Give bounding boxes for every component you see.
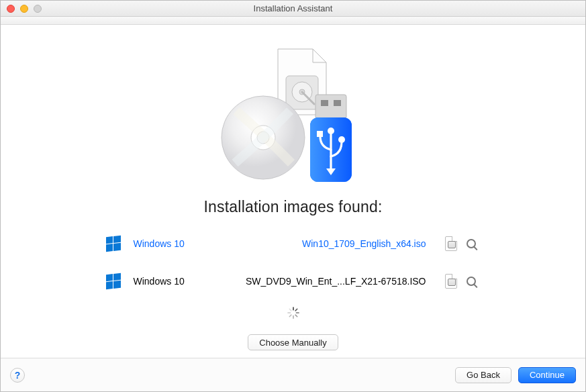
content-area: Installation images found: Windows 10 Wi… <box>1 25 585 358</box>
svg-rect-6 <box>315 95 346 119</box>
window-title: Installation Assistant <box>1 3 585 13</box>
image-row[interactable]: Windows 10 Win10_1709_English_x64.iso <box>105 231 481 256</box>
image-row[interactable]: Windows 10 SW_DVD9_Win_Ent_...LF_X21-675… <box>105 268 481 294</box>
titlebar: Installation Assistant <box>1 1 585 17</box>
svg-rect-8 <box>334 100 341 106</box>
minimize-icon[interactable] <box>20 5 28 13</box>
svg-line-23 <box>289 309 291 311</box>
svg-line-19 <box>295 315 297 317</box>
file-name: Win10_1709_English_x64.iso <box>199 238 441 249</box>
spinner-icon <box>287 306 300 320</box>
svg-line-21 <box>289 315 291 317</box>
iso-file-icon <box>441 236 461 251</box>
svg-point-14 <box>338 136 345 143</box>
windows-logo-icon <box>105 274 121 289</box>
close-icon[interactable] <box>7 5 15 13</box>
svg-line-17 <box>295 309 297 311</box>
reveal-in-finder-button[interactable] <box>461 239 481 248</box>
reveal-in-finder-button[interactable] <box>461 277 481 286</box>
footer: ? Go Back Continue <box>1 358 585 391</box>
file-name: SW_DVD9_Win_Ent_...LF_X21-67518.ISO <box>199 276 441 287</box>
installation-assistant-window: Installation Assistant <box>0 0 586 392</box>
heading: Installation images found: <box>1 198 585 216</box>
windows-logo-icon <box>105 236 121 251</box>
maximize-icon <box>34 5 42 13</box>
iso-file-icon <box>441 274 461 289</box>
installation-image-list: Windows 10 Win10_1709_English_x64.iso Wi… <box>105 231 481 320</box>
toolbar-strip <box>1 17 585 25</box>
os-name: Windows 10 <box>121 276 199 287</box>
media-illustration <box>1 44 585 185</box>
window-controls <box>7 5 42 13</box>
os-name: Windows 10 <box>121 238 199 249</box>
svg-rect-13 <box>317 131 323 137</box>
continue-button[interactable]: Continue <box>518 367 576 383</box>
svg-rect-7 <box>321 100 328 106</box>
help-button[interactable]: ? <box>10 368 25 383</box>
choose-manually-button[interactable]: Choose Manually <box>248 334 338 350</box>
go-back-button[interactable]: Go Back <box>455 367 511 383</box>
